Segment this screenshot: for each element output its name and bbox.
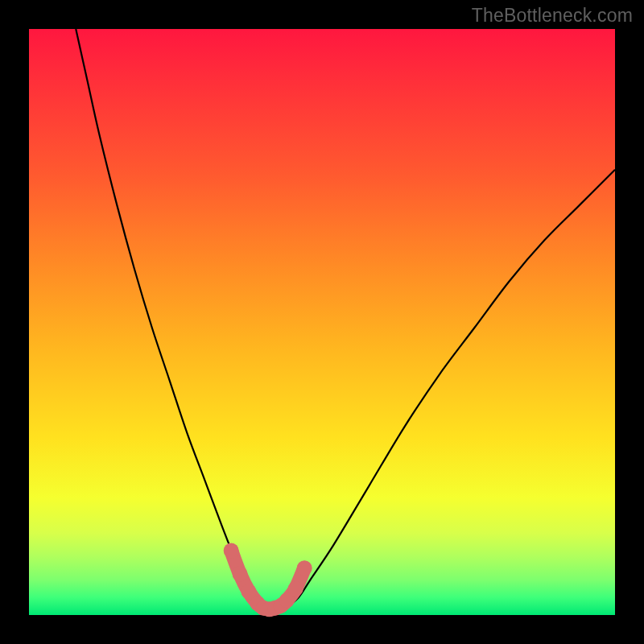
bottleneck-curve <box>76 29 615 609</box>
optimum-marker-dot <box>288 581 303 597</box>
watermark-text: TheBottleneck.com <box>472 5 633 27</box>
curve-svg <box>29 29 615 615</box>
optimum-marker-dot <box>233 567 248 582</box>
plot-area <box>29 29 615 615</box>
chart-frame: TheBottleneck.com <box>0 0 644 644</box>
optimum-marker-dot <box>297 560 312 576</box>
optimum-markers <box>224 543 312 617</box>
optimum-marker-dot <box>224 543 239 558</box>
